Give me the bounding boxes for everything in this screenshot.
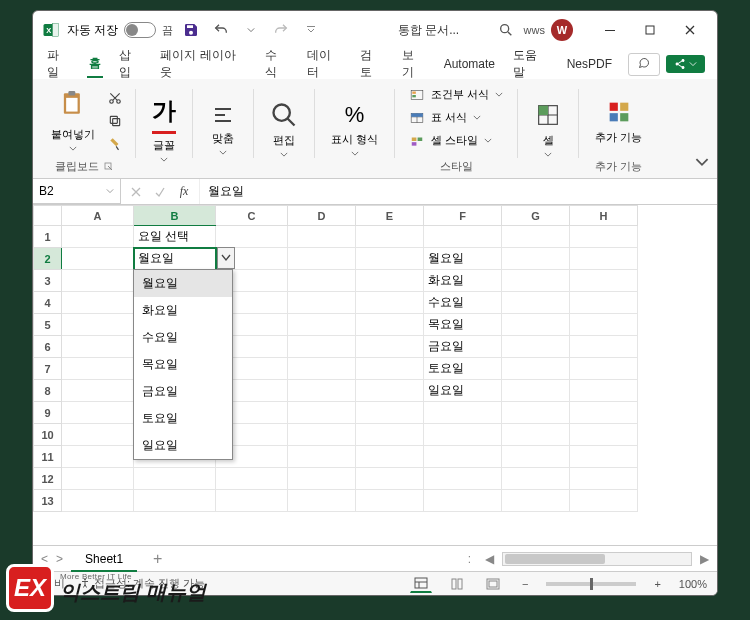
cell[interactable] <box>288 336 356 358</box>
column-header[interactable]: C <box>216 206 288 226</box>
row-header[interactable]: 6 <box>34 336 62 358</box>
cell[interactable] <box>288 490 356 512</box>
row-header[interactable]: 12 <box>34 468 62 490</box>
close-button[interactable] <box>671 17 709 43</box>
cell[interactable] <box>502 490 570 512</box>
cell[interactable] <box>356 336 424 358</box>
cell[interactable] <box>62 490 134 512</box>
name-box[interactable]: B2 <box>33 179 121 204</box>
row-header[interactable]: 1 <box>34 226 62 248</box>
tab-nespdf[interactable]: NesPDF <box>565 53 614 75</box>
data-validation-dropdown-button[interactable] <box>217 247 235 269</box>
cell[interactable] <box>288 292 356 314</box>
cell[interactable]: 수요일 <box>424 292 502 314</box>
row-header[interactable]: 13 <box>34 490 62 512</box>
column-header[interactable]: F <box>424 206 502 226</box>
view-normal-button[interactable] <box>410 575 432 593</box>
redo-button[interactable] <box>269 18 293 42</box>
cell[interactable] <box>502 226 570 248</box>
cell[interactable] <box>502 336 570 358</box>
data-validation-option[interactable]: 금요일 <box>134 378 232 405</box>
cell[interactable] <box>570 424 638 446</box>
comments-button[interactable] <box>628 53 660 76</box>
column-header[interactable]: E <box>356 206 424 226</box>
cell[interactable] <box>62 314 134 336</box>
autosave-toggle[interactable]: 자동 저장 끔 <box>67 22 173 39</box>
cell[interactable] <box>62 446 134 468</box>
cell[interactable] <box>356 248 424 270</box>
cell[interactable] <box>62 402 134 424</box>
row-header[interactable]: 8 <box>34 380 62 402</box>
row-header[interactable]: 5 <box>34 314 62 336</box>
cell[interactable] <box>502 270 570 292</box>
cell[interactable] <box>288 402 356 424</box>
cell[interactable] <box>424 490 502 512</box>
cell[interactable] <box>356 402 424 424</box>
cell[interactable] <box>134 490 216 512</box>
cancel-formula-button[interactable] <box>125 181 147 203</box>
cell[interactable] <box>570 292 638 314</box>
cell[interactable] <box>288 248 356 270</box>
data-validation-option[interactable]: 토요일 <box>134 405 232 432</box>
zoom-slider[interactable] <box>546 582 636 586</box>
cell[interactable] <box>570 402 638 424</box>
data-validation-option[interactable]: 화요일 <box>134 297 232 324</box>
alignment-button[interactable]: 맞춤 <box>203 101 243 157</box>
cell[interactable] <box>216 226 288 248</box>
addins-button[interactable]: 추가 기능 <box>589 96 648 147</box>
zoom-in-button[interactable]: + <box>650 578 664 590</box>
cell[interactable] <box>570 358 638 380</box>
cell[interactable] <box>356 226 424 248</box>
row-header[interactable]: 9 <box>34 402 62 424</box>
document-title[interactable]: 통합 문서... <box>329 22 487 39</box>
cell[interactable] <box>502 314 570 336</box>
format-painter-button[interactable] <box>105 134 125 154</box>
cell[interactable] <box>356 292 424 314</box>
cell[interactable] <box>62 358 134 380</box>
cell[interactable] <box>356 424 424 446</box>
view-page-break-button[interactable] <box>482 575 504 593</box>
collapse-ribbon-button[interactable] <box>695 155 709 172</box>
cell[interactable]: 금요일 <box>424 336 502 358</box>
cell[interactable] <box>62 468 134 490</box>
column-header[interactable]: D <box>288 206 356 226</box>
minimize-button[interactable] <box>591 17 629 43</box>
horizontal-scrollbar[interactable] <box>502 552 692 566</box>
format-as-table-button[interactable]: 표 서식 <box>405 108 485 127</box>
cell[interactable]: 목요일 <box>424 314 502 336</box>
qat-customize[interactable] <box>299 18 323 42</box>
cell[interactable] <box>502 424 570 446</box>
conditional-formatting-button[interactable]: 조건부 서식 <box>405 85 507 104</box>
cell[interactable] <box>570 314 638 336</box>
number-format-button[interactable]: % 표시 형식 <box>325 100 384 158</box>
cell[interactable] <box>356 380 424 402</box>
cell[interactable] <box>288 380 356 402</box>
paste-button[interactable]: 붙여넣기 <box>45 89 101 153</box>
row-header[interactable]: 10 <box>34 424 62 446</box>
select-all-corner[interactable] <box>34 206 62 226</box>
cell-styles-button[interactable]: 셀 스타일 <box>405 131 496 150</box>
zoom-out-button[interactable]: − <box>518 578 532 590</box>
cell[interactable] <box>424 446 502 468</box>
hscroll-right[interactable]: ▶ <box>700 552 709 566</box>
cell[interactable] <box>356 490 424 512</box>
cell[interactable] <box>424 226 502 248</box>
cells-button[interactable]: 셀 <box>528 99 568 159</box>
tab-automate[interactable]: Automate <box>442 53 497 75</box>
cell[interactable] <box>570 446 638 468</box>
cell[interactable] <box>502 292 570 314</box>
data-validation-option[interactable]: 일요일 <box>134 432 232 459</box>
cell[interactable] <box>502 446 570 468</box>
cell[interactable] <box>424 468 502 490</box>
data-validation-option[interactable]: 월요일 <box>134 270 232 297</box>
column-header[interactable]: H <box>570 206 638 226</box>
cell[interactable] <box>62 336 134 358</box>
row-header[interactable]: 7 <box>34 358 62 380</box>
search-button[interactable] <box>494 18 518 42</box>
row-header[interactable]: 11 <box>34 446 62 468</box>
enter-formula-button[interactable] <box>149 181 171 203</box>
cell[interactable] <box>216 468 288 490</box>
cell[interactable]: 월요일월요일화요일수요일목요일금요일토요일일요일 <box>134 248 216 270</box>
maximize-button[interactable] <box>631 17 669 43</box>
cell[interactable]: 토요일 <box>424 358 502 380</box>
